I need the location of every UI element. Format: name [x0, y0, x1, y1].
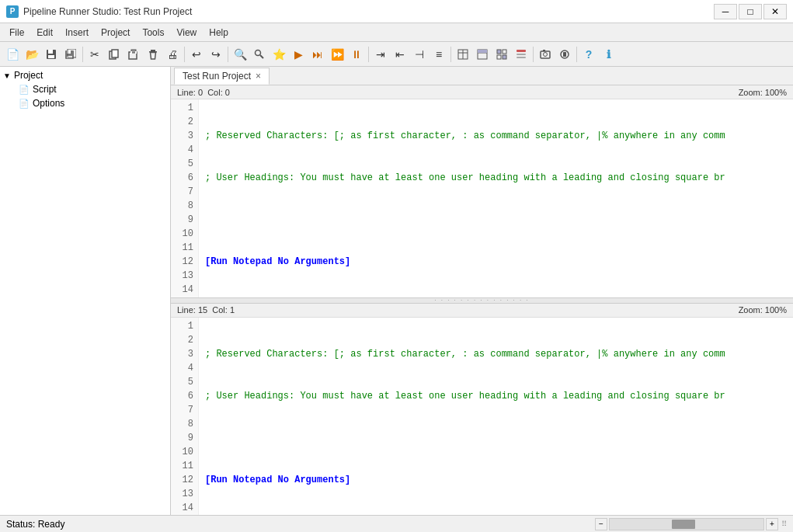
table4-button[interactable] [512, 45, 530, 64]
star-button[interactable]: ⭐ [270, 45, 288, 64]
menu-help[interactable]: Help [203, 26, 235, 40]
svg-rect-22 [478, 50, 487, 53]
code-content-top: 1 2 3 4 5 6 7 8 9 10 11 12 13 [171, 99, 793, 297]
titlebar-left: P Pipeline Runner Studio: Test Run Proje… [6, 5, 192, 18]
tab-test-run-project[interactable]: Test Run Project × [174, 68, 270, 85]
table2-button[interactable] [473, 45, 492, 64]
scroll-track[interactable] [609, 518, 764, 530]
new-button[interactable]: 📄 [3, 45, 22, 64]
toolbar-sep6 [533, 47, 534, 62]
svg-rect-24 [503, 50, 506, 54]
svg-rect-26 [503, 55, 506, 59]
undo-button[interactable]: ↩ [187, 45, 206, 64]
panel-status-top: Line: 0 Col: 0 Zoom: 100% [171, 85, 793, 99]
scroll-right-button[interactable]: + [766, 518, 778, 530]
svg-rect-13 [151, 50, 155, 51]
titlebar-title: Pipeline Runner Studio: Test Run Project [23, 6, 192, 17]
options-label: Options [33, 98, 64, 109]
info-button[interactable]: ℹ [599, 45, 617, 64]
scroll-left-button[interactable]: − [595, 518, 607, 530]
menu-insert[interactable]: Insert [59, 26, 95, 40]
step-button[interactable]: ⏩ [328, 45, 346, 64]
svg-rect-12 [135, 51, 137, 54]
minimize-button[interactable]: ─ [714, 4, 737, 19]
open-button[interactable]: 📂 [23, 45, 41, 64]
code-lines-bottom: ; Reserved Characters: [; as first chara… [199, 318, 793, 516]
pause-button[interactable]: ⏸ [347, 45, 366, 64]
panel-zoom-top: Zoom: 100% [739, 88, 787, 97]
svg-rect-11 [130, 51, 132, 54]
copy-button[interactable] [105, 45, 123, 64]
toolbar-sep3 [228, 47, 228, 62]
project-label: Project [14, 70, 43, 81]
screenshot-button[interactable] [536, 45, 555, 64]
panel-zoom-bottom: Zoom: 100% [739, 305, 787, 315]
unindent-button[interactable]: ⇤ [391, 45, 409, 64]
maximize-button[interactable]: □ [739, 4, 762, 19]
delete-button[interactable] [144, 45, 162, 64]
code-area-top[interactable]: 1 2 3 4 5 6 7 8 9 10 11 12 13 [171, 99, 793, 297]
scroll-area: − + [595, 518, 778, 530]
svg-point-31 [544, 52, 548, 56]
svg-rect-34 [563, 52, 566, 57]
run-button[interactable]: ▶ [289, 45, 308, 64]
tree-options[interactable]: 📄 Options [0, 96, 170, 110]
paste-button[interactable] [124, 45, 143, 64]
table3-button[interactable] [492, 45, 511, 64]
panel-position-bottom: Line: 15 Col: 1 [177, 305, 235, 315]
replace-button[interactable] [250, 45, 269, 64]
editor-panels: Line: 0 Col: 0 Zoom: 100% 1 2 3 4 5 6 7 [171, 85, 793, 515]
split-handle[interactable]: · · · · · · · · · · · · · · · [171, 297, 793, 304]
save-button[interactable] [42, 45, 61, 64]
svg-rect-27 [516, 50, 526, 52]
toolbar-sep1 [82, 47, 83, 62]
svg-rect-28 [516, 54, 526, 55]
toolbar: 📄 📂 ✂ 🖨 ↩ ↪ 🔍 ⭐ ▶ ⏭ ⏩ ⏸ ⇥ ⇤ ⊣ ≡ [0, 42, 793, 67]
tree-project[interactable]: ▼ Project [0, 67, 170, 82]
debug-button[interactable]: ⏭ [308, 45, 327, 64]
svg-rect-1 [48, 50, 53, 54]
menu-file[interactable]: File [3, 26, 30, 40]
help-button[interactable]: ? [579, 45, 598, 64]
code-area-bottom[interactable]: 1 2 3 4 5 6 7 8 9 10 11 12 13 [171, 318, 793, 516]
editor-panel-bottom: Line: 15 Col: 1 Zoom: 100% 1 2 3 4 5 6 7 [171, 304, 793, 516]
editor-panel-top: Line: 0 Col: 0 Zoom: 100% 1 2 3 4 5 6 7 [171, 85, 793, 297]
svg-rect-32 [543, 50, 545, 51]
cut-button[interactable]: ✂ [85, 45, 104, 64]
indent-button[interactable]: ⇥ [371, 45, 390, 64]
statusbar-right: − + ⠿ [595, 518, 787, 530]
tab-button[interactable]: ⊣ [410, 45, 429, 64]
list-button[interactable]: ≡ [430, 45, 448, 64]
svg-point-15 [256, 50, 261, 55]
main-area: ▼ Project 📄 Script 📄 Options Test Run Pr… [0, 67, 793, 515]
menu-project[interactable]: Project [95, 26, 136, 40]
options-icon: 📄 [19, 99, 30, 109]
script-icon: 📄 [19, 85, 30, 95]
collapse-icon: ▼ [3, 71, 11, 80]
find-button[interactable]: 🔍 [231, 45, 249, 64]
tab-close-button[interactable]: × [256, 71, 261, 82]
menubar: File Edit Insert Project Tools View Help [0, 23, 793, 42]
toolbar-sep7 [576, 47, 577, 62]
sidebar: ▼ Project 📄 Script 📄 Options [0, 67, 171, 515]
app-icon: P [6, 5, 19, 18]
print-button[interactable]: 🖨 [163, 45, 182, 64]
close-button[interactable]: ✕ [763, 4, 787, 19]
save-all-button[interactable] [61, 45, 80, 64]
toolbar-sep5 [450, 47, 451, 62]
scroll-thumb [672, 520, 695, 529]
menu-tools[interactable]: Tools [136, 26, 170, 40]
line-numbers-bottom: 1 2 3 4 5 6 7 8 9 10 11 12 13 [171, 318, 199, 516]
svg-rect-25 [497, 55, 501, 59]
menu-view[interactable]: View [170, 26, 203, 40]
toolbar-sep2 [184, 47, 185, 62]
tree-script[interactable]: 📄 Script [0, 82, 170, 96]
toolbar-sep4 [368, 47, 369, 62]
record-button[interactable] [555, 45, 574, 64]
svg-line-16 [260, 55, 263, 58]
table1-button[interactable] [454, 45, 472, 64]
menu-edit[interactable]: Edit [30, 26, 59, 40]
editor-area: Test Run Project × Line: 0 Col: 0 Zoom: … [171, 67, 793, 515]
code-lines-top: ; Reserved Characters: [; as first chara… [199, 99, 793, 297]
redo-button[interactable]: ↪ [207, 45, 225, 64]
